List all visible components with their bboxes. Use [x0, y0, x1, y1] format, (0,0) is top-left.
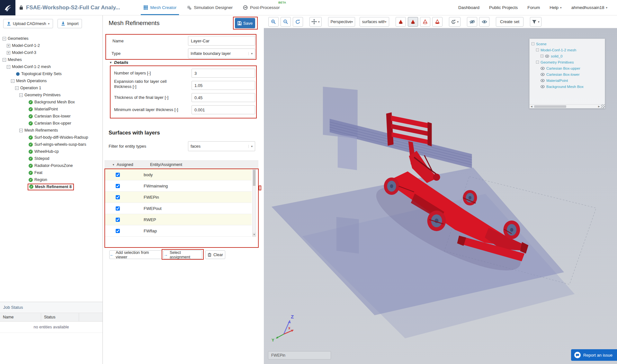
orientation-button[interactable]: ▾	[449, 17, 461, 27]
tree-item[interactable]: +Model-Conf-3	[0, 49, 103, 56]
tree-item[interactable]: −Mesh Refinements	[0, 127, 103, 134]
material-point-marker[interactable]	[338, 135, 357, 170]
clear-button[interactable]: Clear	[205, 250, 225, 259]
scroll-right-arrow[interactable]: ▶	[597, 105, 601, 108]
job-col-name[interactable]: Name	[0, 313, 41, 321]
collapse-icon[interactable]: −	[3, 58, 6, 62]
assigned-checkbox[interactable]	[116, 173, 120, 177]
collapse-icon[interactable]: −	[532, 42, 534, 45]
tree-item[interactable]: ✓Mesh Refinement 8	[0, 183, 103, 190]
assigned-checkbox[interactable]	[116, 184, 120, 188]
tree-item[interactable]: +Model-Conf-1-2	[0, 42, 103, 49]
nav-dashboard[interactable]: Dashboard	[458, 5, 479, 10]
tab-post-processor[interactable]: BETA Post-Processor	[238, 0, 287, 15]
tree-item[interactable]: ✓Feat	[0, 169, 103, 176]
tree-item[interactable]: ✓Radiator-PorousZone	[0, 162, 103, 169]
nav-user-menu[interactable]: ahmedhussain18 ▾	[571, 5, 607, 10]
table-row[interactable]: body	[105, 169, 252, 180]
tree-item[interactable]: ✓Background Mesh Box	[0, 99, 103, 106]
collapse-icon[interactable]: −	[536, 48, 539, 51]
scrollbar-thumb[interactable]	[534, 105, 566, 108]
scene-tree-item[interactable]: +solid_0	[530, 53, 605, 59]
visibility-eye-icon[interactable]	[541, 73, 545, 76]
selection-filter-1-button[interactable]	[396, 17, 406, 27]
tree-item[interactable]: −Meshes	[0, 56, 103, 63]
filter-menu-button[interactable]: ▾	[530, 17, 541, 27]
show-all-button[interactable]	[479, 17, 489, 27]
collapse-icon[interactable]: −	[15, 86, 19, 90]
tree-item[interactable]: ✓MaterialPoint	[0, 106, 103, 113]
tree-item[interactable]: −Mesh Operations	[0, 77, 103, 84]
visibility-eye-icon[interactable]	[545, 55, 549, 58]
scroll-down-arrow[interactable]: ▼	[253, 233, 256, 237]
collapse-icon[interactable]: −	[536, 61, 539, 64]
project-title[interactable]: FSAE-Workshop-S2-Full Car Analy...	[26, 4, 120, 11]
collapse-icon[interactable]: −	[7, 65, 10, 69]
table-row[interactable]: FWEPout	[105, 203, 252, 214]
tree-item[interactable]: Topological Entity Sets	[0, 70, 103, 77]
tree-item[interactable]: ✓Cartesian Box-lower	[0, 113, 103, 120]
scrollbar-thumb[interactable]	[253, 170, 255, 186]
selection-filter-3-button[interactable]	[420, 17, 430, 27]
render-mode-select[interactable]: surfaces with w ▾	[360, 17, 389, 27]
table-row[interactable]: FWflap	[105, 225, 252, 237]
pan-mode-button[interactable]: ▾	[309, 17, 322, 27]
import-button[interactable]: Import	[58, 19, 82, 28]
scene-tree-item[interactable]: −Scene	[530, 41, 605, 47]
small-primitive-box[interactable]	[336, 217, 359, 254]
collapse-icon[interactable]: −	[11, 79, 14, 83]
tree-item[interactable]: −Geometry Primitives	[0, 91, 103, 99]
tree-item[interactable]: ✓Cartesian Box-upper	[0, 120, 103, 127]
scroll-left-arrow[interactable]: ◀	[530, 105, 533, 108]
selection-filter-2-button[interactable]	[408, 17, 418, 27]
nav-help-menu[interactable]: Help ▾	[550, 5, 561, 10]
reset-view-button[interactable]	[293, 17, 303, 27]
expand-icon[interactable]: +	[7, 51, 10, 55]
resize-grip-icon[interactable]	[601, 104, 605, 108]
tree-item[interactable]: ✓Surf-body-diff-Wsides-Radsup	[0, 134, 103, 141]
scene-tree-item[interactable]: Cartesian Box-upper	[530, 65, 605, 71]
app-logo[interactable]	[0, 0, 15, 15]
scene-tree-scrollbar[interactable]: ◀ ▶	[530, 104, 605, 108]
create-set-button[interactable]: Create set	[496, 17, 523, 27]
table-row[interactable]: FWEPin	[105, 192, 252, 203]
scene-tree-item[interactable]: −Geometry Primitives	[530, 59, 605, 65]
hide-selected-button[interactable]	[467, 17, 477, 27]
scene-tree-item[interactable]: MaterialPoint	[530, 77, 605, 83]
tree-item[interactable]: ✓Region	[0, 176, 103, 183]
projection-select[interactable]: Perspective ▾	[328, 17, 355, 27]
add-selection-from-viewer-button[interactable]: ← Add selection from viewer	[109, 250, 162, 259]
job-col-status[interactable]: Status	[41, 313, 79, 321]
scene-tree-item[interactable]: Cartesian Box-lower	[530, 71, 605, 77]
assigned-checkbox[interactable]	[116, 229, 120, 233]
scene-tree-item[interactable]: Background Mesh Box	[530, 83, 605, 90]
nav-forum[interactable]: Forum	[527, 5, 540, 10]
tab-simulation-designer[interactable]: Simulation Designer	[182, 0, 238, 15]
upload-cad-button[interactable]: Upload CAD/mesh ▾	[3, 19, 53, 28]
expand-icon[interactable]: +	[541, 55, 543, 57]
table-row[interactable]: FWmainwing	[105, 180, 252, 192]
zoom-in-button[interactable]	[268, 17, 279, 27]
collapse-icon[interactable]: −	[3, 37, 6, 40]
visibility-eye-icon[interactable]	[541, 85, 545, 88]
tree-item[interactable]: ✓WheelHub-cp	[0, 148, 103, 155]
visibility-eye-icon[interactable]	[541, 79, 545, 82]
assigned-checkbox[interactable]	[116, 195, 120, 199]
scene-tree-item[interactable]: −Model-Conf-1-2 mesh	[530, 47, 605, 53]
tab-mesh-creator[interactable]: Mesh Creator	[138, 0, 182, 15]
tree-item[interactable]: ✓Surf-wings-wheels-susp-bars	[0, 141, 103, 148]
table-scrollbar[interactable]: ▼	[252, 169, 256, 237]
assigned-checkbox[interactable]	[116, 206, 120, 211]
selection-filter-4-button[interactable]	[432, 17, 443, 27]
tree-item[interactable]: −Model-Conf-1-2 mesh	[0, 63, 103, 70]
report-issue-button[interactable]: Report an issue	[571, 349, 617, 361]
zoom-out-button[interactable]	[281, 17, 291, 27]
viewer-canvas[interactable]: Z x Y −Scene−Model-Conf-1-2 mesh+solid_0…	[264, 28, 617, 364]
select-assignment-button[interactable]: → Select assignment	[163, 250, 202, 259]
assigned-checkbox[interactable]	[116, 218, 120, 222]
tree-item[interactable]: ✓SIdepod	[0, 155, 103, 162]
table-row[interactable]: RWEP	[105, 214, 252, 225]
tree-item[interactable]: −Geometries	[0, 35, 103, 42]
tree-item[interactable]: −Operation 1	[0, 84, 103, 91]
collapse-icon[interactable]: −	[19, 93, 23, 97]
